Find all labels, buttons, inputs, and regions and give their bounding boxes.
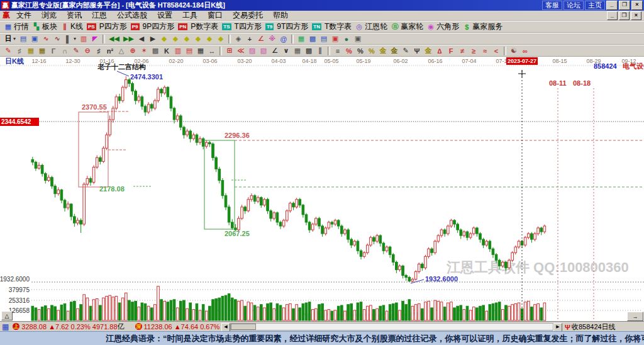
candle-style-button[interactable]: ▌▾ [63, 33, 78, 44]
menu-item-设置[interactable]: 设置 [157, 10, 172, 21]
9p-square-button[interactable]: P99P四方形 [129, 21, 176, 32]
save-button[interactable]: ▣ [330, 33, 341, 44]
first-screen-button[interactable]: ◀◀ [107, 33, 121, 44]
mdi-minimize-button[interactable]: _ [607, 11, 618, 20]
market-quotes-button[interactable]: ▦行情 [3, 21, 31, 32]
color-triangle-button[interactable]: ◤ [89, 33, 101, 44]
gann-grid2-button[interactable]: ▦ [36, 45, 48, 56]
cycle-line-button[interactable]: ♯ [14, 45, 25, 56]
full-view-button[interactable]: ◆ [204, 33, 215, 44]
expand-y-button[interactable]: ◆ [192, 33, 204, 44]
price-list-button[interactable]: ≡ [332, 45, 343, 56]
menu-item-窗口[interactable]: 窗口 [208, 10, 223, 21]
info-view-button[interactable]: ▣ [29, 33, 40, 44]
winner-wheel-button[interactable]: ⓐ赢家轮 [389, 21, 425, 32]
k-mark-button[interactable]: K [161, 45, 172, 56]
chart-scroll-right-button[interactable]: → [627, 312, 643, 321]
gann-grid-button[interactable]: ▦ [25, 45, 36, 56]
scroll-left-icon[interactable]: ◀ [221, 323, 230, 332]
kline-small-button[interactable]: ∿ [40, 33, 52, 44]
fan-lines-button[interactable]: ≪ [235, 45, 247, 56]
scrollbar-thumb[interactable] [231, 324, 256, 330]
prev-bar-button[interactable]: ◀ [136, 33, 147, 44]
quote-table-icon[interactable]: ▦ [2, 322, 9, 331]
grid5-button[interactable]: ▩ [303, 45, 314, 56]
titlebar-link-客服[interactable]: 客服 [542, 1, 562, 10]
percent-line-button[interactable]: % [343, 45, 355, 56]
menu-item-公式选股[interactable]: 公式选股 [117, 10, 147, 21]
winner-service-button[interactable]: $赢家服务 [461, 21, 504, 32]
slope-button[interactable]: < [491, 45, 502, 56]
golden-section-button[interactable]: 金 [377, 45, 389, 56]
last-screen-button[interactable]: ▶▶ [121, 33, 136, 44]
titlebar-link-论坛[interactable]: 论坛 [564, 1, 584, 10]
polyline-button[interactable]: ∠ [255, 33, 267, 44]
arc-tool-button[interactable]: ∩ [59, 45, 70, 56]
kline-button[interactable]: ∥K线 [59, 21, 85, 32]
angle-line-button[interactable]: ∠ [269, 45, 280, 56]
chart-layout-button[interactable]: ▤ [18, 33, 29, 44]
notebook-button[interactable]: ▤ [318, 33, 330, 44]
sector-button[interactable]: ▚板块 [31, 21, 59, 32]
mdi-restore-button[interactable]: ❐ [619, 11, 630, 20]
kline-color-button[interactable]: ▥ [78, 33, 89, 44]
square-n2-button[interactable]: n² [104, 45, 116, 56]
grid4-button[interactable]: ▦ [292, 45, 303, 56]
step-line-button[interactable]: ≥ [468, 45, 479, 56]
kline-chart-area[interactable]: 江恩工具软件 QQ:100800360赢家聊吧2344.654212-1612-… [0, 57, 644, 321]
menu-item-帮助[interactable]: 帮助 [273, 10, 288, 21]
red-grid-button[interactable]: ▤ [184, 45, 195, 56]
ruler-button[interactable]: Γ [48, 45, 59, 56]
scrollbar-track[interactable]: liaoba.yingjia [230, 323, 553, 331]
menu-item-资讯[interactable]: 资讯 [67, 10, 82, 21]
draw-pen-button[interactable]: ✎ [3, 45, 14, 56]
gann-flower-button[interactable]: ※ [267, 33, 278, 44]
f-line-button[interactable]: F [445, 45, 457, 56]
p-table-button[interactable]: PNP数字表 [176, 21, 220, 32]
compress-y-button[interactable]: ◆ [181, 33, 192, 44]
delta-button[interactable]: ∆ [434, 45, 445, 56]
export-button[interactable]: ▣ [352, 33, 364, 44]
spiral-button[interactable]: @ [278, 33, 289, 44]
golden2-button[interactable]: 金 [389, 45, 400, 56]
restore-button[interactable]: ❐ [619, 1, 630, 10]
calculator-button[interactable]: ▩ [307, 33, 318, 44]
menu-item-工具[interactable]: 工具 [182, 10, 197, 21]
arrow-grid-button[interactable]: ▥ [172, 45, 184, 56]
shaded2-button[interactable]: ▨ [247, 45, 258, 56]
expand-x-button[interactable]: ◆ [170, 33, 181, 44]
gann-wheel-button[interactable]: ◎江恩轮 [353, 21, 389, 32]
parallel-lines-button[interactable]: ∥ [314, 45, 326, 56]
taiji-button[interactable]: ☯ [508, 45, 519, 56]
zigzag-button[interactable]: ∨ [280, 45, 292, 56]
next-bar-button[interactable]: ▶ [147, 33, 158, 44]
brush-button[interactable]: ✎ [400, 45, 411, 56]
circle-cross-button[interactable]: ⊕ [127, 45, 138, 56]
golden3-button[interactable]: 金 [423, 45, 434, 56]
restore-view-button[interactable]: ◆ [215, 33, 226, 44]
menu-item-文件[interactable]: 文件 [16, 10, 31, 21]
close-button[interactable]: × [631, 1, 643, 10]
calendar-button[interactable]: ▦ [296, 33, 307, 44]
web-save-button[interactable]: ● [341, 33, 352, 44]
kline-small2-button[interactable]: ∿ [52, 33, 63, 44]
crosshair-button[interactable]: + [244, 33, 255, 44]
hash-grid-button[interactable]: ♯ [93, 45, 104, 56]
period-selector-button[interactable]: 日▾ [3, 33, 18, 44]
ratio-line-button[interactable]: ≠ [457, 45, 468, 56]
menu-item-浏览[interactable]: 浏览 [42, 10, 57, 21]
pan-hand-button[interactable]: ◈ [233, 33, 244, 44]
circle-line-button[interactable]: ⊖ [82, 45, 93, 56]
pitchfork-button[interactable]: Ψ [411, 45, 423, 56]
t-table-button[interactable]: TNT数字表 [310, 21, 353, 32]
band-button[interactable]: ≈ [479, 45, 491, 56]
status-scrollbar[interactable]: ◀ liaoba.yingjia ▶ [221, 323, 562, 331]
minimize-button[interactable]: _ [606, 1, 618, 10]
shaded-square-button[interactable]: ▩ [150, 45, 161, 56]
shenzhen-index-icon[interactable]: 深 [135, 323, 142, 330]
box-plus-button[interactable]: ⊞ [224, 45, 235, 56]
p-square-button[interactable]: PSP四方形 [85, 21, 129, 32]
compress-x-button[interactable]: ◆ [158, 33, 170, 44]
angle-tool-button[interactable]: △ [116, 45, 127, 56]
percent2-button[interactable]: % [355, 45, 366, 56]
